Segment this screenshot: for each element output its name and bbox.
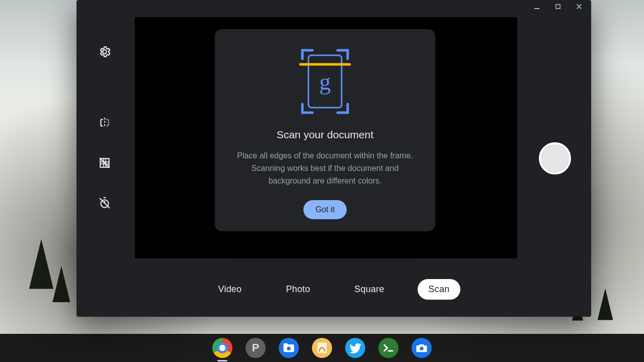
folder-icon bbox=[282, 341, 296, 355]
shutter-button[interactable] bbox=[539, 142, 571, 174]
twitter-icon bbox=[348, 341, 362, 355]
window-titlebar bbox=[76, 0, 591, 13]
settings-button[interactable] bbox=[93, 40, 116, 63]
svg-text:g: g bbox=[319, 69, 331, 95]
mode-scan[interactable]: Scan bbox=[418, 279, 461, 300]
shelf: P bbox=[0, 334, 644, 362]
camera-icon bbox=[415, 341, 429, 355]
mode-square[interactable]: Square bbox=[343, 279, 395, 300]
timer-button[interactable] bbox=[93, 192, 116, 215]
scan-document-icon: g bbox=[297, 46, 353, 117]
shelf-app-camera[interactable] bbox=[412, 338, 432, 358]
scan-illustration: g bbox=[297, 46, 353, 117]
shelf-app-p[interactable]: P bbox=[246, 338, 266, 358]
maximize-icon bbox=[554, 3, 561, 10]
camera-app-window: g Scan your document Place all edges of … bbox=[76, 0, 591, 317]
window-minimize-button[interactable] bbox=[527, 0, 547, 13]
window-close-button[interactable] bbox=[569, 0, 589, 13]
window-maximize-button[interactable] bbox=[548, 0, 568, 13]
terminal-icon bbox=[381, 341, 395, 355]
grid-button[interactable] bbox=[93, 151, 116, 174]
svg-rect-0 bbox=[556, 5, 560, 9]
scan-onboarding-card: g Scan your document Place all edges of … bbox=[215, 29, 435, 231]
svg-point-6 bbox=[287, 346, 290, 350]
got-it-button[interactable]: Got it bbox=[303, 200, 347, 219]
timer-off-icon bbox=[98, 197, 111, 210]
shelf-app-twitter[interactable] bbox=[345, 338, 365, 358]
shelf-app-terminal[interactable] bbox=[378, 338, 398, 358]
svg-point-8 bbox=[420, 346, 423, 350]
minimize-icon bbox=[533, 3, 541, 11]
card-title: Scan your document bbox=[229, 129, 421, 141]
gear-icon bbox=[98, 45, 111, 58]
shelf-app-p-letter: P bbox=[252, 341, 260, 354]
shelf-app-chrome[interactable] bbox=[212, 338, 232, 358]
grid-off-icon bbox=[98, 156, 111, 169]
mode-photo[interactable]: Photo bbox=[275, 279, 321, 300]
shelf-app-files[interactable] bbox=[279, 338, 299, 358]
side-toolbar bbox=[93, 40, 117, 215]
shelf-app-cursive[interactable] bbox=[312, 338, 332, 358]
mirror-icon bbox=[98, 116, 111, 129]
mode-video[interactable]: Video bbox=[207, 279, 253, 300]
cursive-icon bbox=[315, 341, 329, 355]
mode-selector: Video Photo Square Scan bbox=[76, 279, 591, 300]
card-body: Place all edges of the document within t… bbox=[229, 150, 421, 187]
close-icon bbox=[575, 3, 583, 11]
mirror-button[interactable] bbox=[93, 111, 116, 134]
